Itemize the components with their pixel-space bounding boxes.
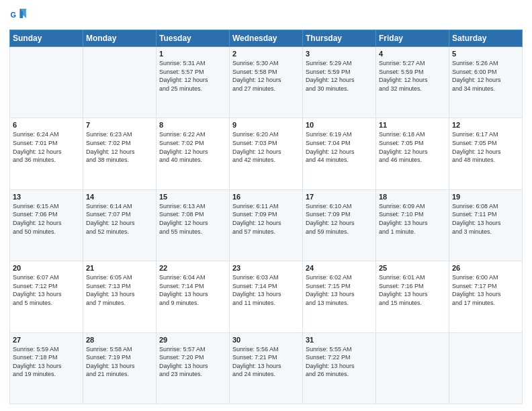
day-info: Sunrise: 6:08 AM Sunset: 7:11 PM Dayligh… <box>452 202 519 236</box>
day-info: Sunrise: 6:23 AM Sunset: 7:02 PM Dayligh… <box>86 130 153 164</box>
day-info: Sunrise: 6:11 AM Sunset: 7:09 PM Dayligh… <box>232 202 300 236</box>
calendar-cell: 16Sunrise: 6:11 AM Sunset: 7:09 PM Dayli… <box>230 189 303 261</box>
day-number: 18 <box>379 193 446 201</box>
day-number: 30 <box>232 336 300 344</box>
day-info: Sunrise: 6:19 AM Sunset: 7:04 PM Dayligh… <box>306 130 373 164</box>
calendar-cell: 5Sunrise: 5:26 AM Sunset: 6:00 PM Daylig… <box>449 47 523 118</box>
week-row-2: 13Sunrise: 6:15 AM Sunset: 7:06 PM Dayli… <box>10 189 523 261</box>
calendar-cell: 20Sunrise: 6:07 AM Sunset: 7:12 PM Dayli… <box>10 261 83 332</box>
day-number: 5 <box>452 50 519 58</box>
calendar-cell: 29Sunrise: 5:57 AM Sunset: 7:20 PM Dayli… <box>157 332 230 404</box>
calendar-cell: 11Sunrise: 6:18 AM Sunset: 7:05 PM Dayli… <box>376 118 449 189</box>
calendar-cell: 24Sunrise: 6:02 AM Sunset: 7:15 PM Dayli… <box>303 261 376 332</box>
day-number: 13 <box>13 193 80 201</box>
calendar-cell: 30Sunrise: 5:56 AM Sunset: 7:21 PM Dayli… <box>230 332 303 404</box>
calendar-cell: 8Sunrise: 6:22 AM Sunset: 7:02 PM Daylig… <box>157 118 230 189</box>
header-cell-thursday: Thursday <box>303 30 376 47</box>
calendar-cell: 1Sunrise: 5:31 AM Sunset: 5:57 PM Daylig… <box>157 47 230 118</box>
calendar-cell <box>376 332 449 404</box>
calendar-cell: 14Sunrise: 6:14 AM Sunset: 7:07 PM Dayli… <box>83 189 157 261</box>
calendar-cell: 6Sunrise: 6:24 AM Sunset: 7:01 PM Daylig… <box>10 118 83 189</box>
day-number: 25 <box>379 264 446 272</box>
calendar-cell <box>83 47 157 118</box>
day-info: Sunrise: 6:02 AM Sunset: 7:15 PM Dayligh… <box>306 273 373 307</box>
week-row-1: 6Sunrise: 6:24 AM Sunset: 7:01 PM Daylig… <box>10 118 523 189</box>
calendar-table: SundayMondayTuesdayWednesdayThursdayFrid… <box>9 30 523 404</box>
day-number: 21 <box>86 264 153 272</box>
day-info: Sunrise: 5:30 AM Sunset: 5:58 PM Dayligh… <box>232 59 300 93</box>
calendar-cell: 12Sunrise: 6:17 AM Sunset: 7:05 PM Dayli… <box>449 118 523 189</box>
day-info: Sunrise: 6:05 AM Sunset: 7:13 PM Dayligh… <box>86 273 153 307</box>
calendar-cell: 23Sunrise: 6:03 AM Sunset: 7:14 PM Dayli… <box>230 261 303 332</box>
day-number: 31 <box>306 336 373 344</box>
day-number: 16 <box>232 193 300 201</box>
header-cell-saturday: Saturday <box>449 30 523 47</box>
header-cell-wednesday: Wednesday <box>230 30 303 47</box>
day-info: Sunrise: 6:07 AM Sunset: 7:12 PM Dayligh… <box>13 273 80 307</box>
day-info: Sunrise: 6:00 AM Sunset: 7:17 PM Dayligh… <box>452 273 519 307</box>
calendar-body: 1Sunrise: 5:31 AM Sunset: 5:57 PM Daylig… <box>10 47 523 404</box>
header-cell-tuesday: Tuesday <box>157 30 230 47</box>
calendar-cell: 25Sunrise: 6:01 AM Sunset: 7:16 PM Dayli… <box>376 261 449 332</box>
header-cell-friday: Friday <box>376 30 449 47</box>
calendar-cell: 21Sunrise: 6:05 AM Sunset: 7:13 PM Dayli… <box>83 261 157 332</box>
day-number: 1 <box>159 50 226 58</box>
calendar-cell: 22Sunrise: 6:04 AM Sunset: 7:14 PM Dayli… <box>157 261 230 332</box>
day-info: Sunrise: 6:22 AM Sunset: 7:02 PM Dayligh… <box>159 130 226 164</box>
day-number: 23 <box>232 264 300 272</box>
day-number: 6 <box>13 121 80 129</box>
day-info: Sunrise: 5:29 AM Sunset: 5:59 PM Dayligh… <box>306 59 373 93</box>
calendar-cell <box>449 332 523 404</box>
week-row-3: 20Sunrise: 6:07 AM Sunset: 7:12 PM Dayli… <box>10 261 523 332</box>
day-number: 22 <box>159 264 226 272</box>
day-info: Sunrise: 6:17 AM Sunset: 7:05 PM Dayligh… <box>452 130 519 164</box>
day-number: 9 <box>232 121 300 129</box>
header-row: SundayMondayTuesdayWednesdayThursdayFrid… <box>10 30 523 47</box>
calendar-cell: 17Sunrise: 6:10 AM Sunset: 7:09 PM Dayli… <box>303 189 376 261</box>
calendar-cell: 2Sunrise: 5:30 AM Sunset: 5:58 PM Daylig… <box>230 47 303 118</box>
calendar-cell: 15Sunrise: 6:13 AM Sunset: 7:08 PM Dayli… <box>157 189 230 261</box>
day-number: 8 <box>159 121 226 129</box>
calendar-cell: 3Sunrise: 5:29 AM Sunset: 5:59 PM Daylig… <box>303 47 376 118</box>
week-row-0: 1Sunrise: 5:31 AM Sunset: 5:57 PM Daylig… <box>10 47 523 118</box>
day-number: 19 <box>452 193 519 201</box>
day-info: Sunrise: 5:27 AM Sunset: 5:59 PM Dayligh… <box>379 59 446 93</box>
logo: G <box>9 7 31 26</box>
day-info: Sunrise: 5:56 AM Sunset: 7:21 PM Dayligh… <box>232 345 300 379</box>
svg-text:G: G <box>11 11 16 19</box>
calendar-cell: 31Sunrise: 5:55 AM Sunset: 7:22 PM Dayli… <box>303 332 376 404</box>
day-number: 14 <box>86 193 153 201</box>
day-number: 24 <box>306 264 373 272</box>
day-number: 4 <box>379 50 446 58</box>
day-info: Sunrise: 5:26 AM Sunset: 6:00 PM Dayligh… <box>452 59 519 93</box>
header: G <box>9 7 523 26</box>
day-info: Sunrise: 5:31 AM Sunset: 5:57 PM Dayligh… <box>159 59 226 93</box>
day-info: Sunrise: 5:55 AM Sunset: 7:22 PM Dayligh… <box>306 345 373 379</box>
header-cell-monday: Monday <box>83 30 157 47</box>
calendar-cell: 26Sunrise: 6:00 AM Sunset: 7:17 PM Dayli… <box>449 261 523 332</box>
day-info: Sunrise: 6:09 AM Sunset: 7:10 PM Dayligh… <box>379 202 446 236</box>
calendar-cell: 19Sunrise: 6:08 AM Sunset: 7:11 PM Dayli… <box>449 189 523 261</box>
page: G SundayMondayTuesdayWednesdayThursdayFr… <box>0 0 532 411</box>
calendar-header: SundayMondayTuesdayWednesdayThursdayFrid… <box>10 30 523 47</box>
day-info: Sunrise: 6:13 AM Sunset: 7:08 PM Dayligh… <box>159 202 226 236</box>
day-info: Sunrise: 6:01 AM Sunset: 7:16 PM Dayligh… <box>379 273 446 307</box>
day-number: 26 <box>452 264 519 272</box>
day-info: Sunrise: 5:59 AM Sunset: 7:18 PM Dayligh… <box>13 345 80 379</box>
day-info: Sunrise: 6:15 AM Sunset: 7:06 PM Dayligh… <box>13 202 80 236</box>
header-cell-sunday: Sunday <box>10 30 83 47</box>
day-number: 15 <box>159 193 226 201</box>
day-number: 27 <box>13 336 80 344</box>
calendar-cell: 18Sunrise: 6:09 AM Sunset: 7:10 PM Dayli… <box>376 189 449 261</box>
day-number: 3 <box>306 50 373 58</box>
calendar-cell: 9Sunrise: 6:20 AM Sunset: 7:03 PM Daylig… <box>230 118 303 189</box>
day-info: Sunrise: 5:57 AM Sunset: 7:20 PM Dayligh… <box>159 345 226 379</box>
day-info: Sunrise: 6:20 AM Sunset: 7:03 PM Dayligh… <box>232 130 300 164</box>
calendar-cell: 4Sunrise: 5:27 AM Sunset: 5:59 PM Daylig… <box>376 47 449 118</box>
calendar-cell: 27Sunrise: 5:59 AM Sunset: 7:18 PM Dayli… <box>10 332 83 404</box>
day-number: 20 <box>13 264 80 272</box>
day-info: Sunrise: 6:04 AM Sunset: 7:14 PM Dayligh… <box>159 273 226 307</box>
week-row-4: 27Sunrise: 5:59 AM Sunset: 7:18 PM Dayli… <box>10 332 523 404</box>
calendar-cell: 10Sunrise: 6:19 AM Sunset: 7:04 PM Dayli… <box>303 118 376 189</box>
day-number: 28 <box>86 336 153 344</box>
